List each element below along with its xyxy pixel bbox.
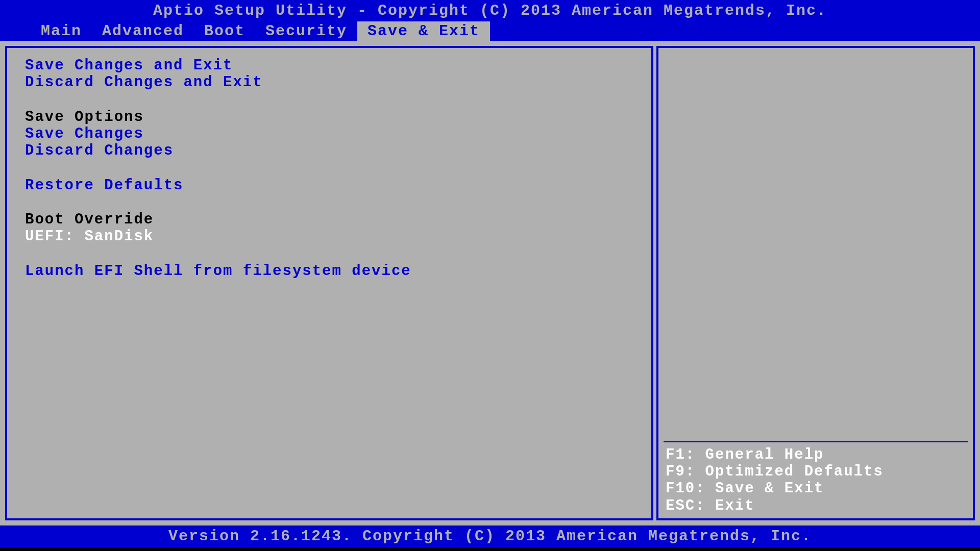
footer-version: Version 2.16.1243. Copyright (C) 2013 Am…: [0, 525, 980, 547]
tab-save-exit[interactable]: Save & Exit: [357, 21, 490, 41]
menu-restore-defaults[interactable]: Restore Defaults: [25, 177, 633, 194]
header-boot-override: Boot Override: [25, 211, 633, 228]
help-f1: F1: General Help: [666, 446, 968, 463]
header-title: Aptio Setup Utility - Copyright (C) 2013…: [0, 0, 980, 21]
tab-main[interactable]: Main: [31, 21, 92, 41]
tab-advanced[interactable]: Advanced: [92, 21, 194, 41]
side-divider: [664, 441, 968, 442]
help-description-area: [664, 52, 968, 441]
tab-bar: Main Advanced Boot Security Save & Exit: [0, 21, 980, 41]
help-f10: F10: Save & Exit: [666, 480, 968, 497]
tab-boot[interactable]: Boot: [194, 21, 255, 41]
menu-discard-changes-exit[interactable]: Discard Changes and Exit: [25, 74, 633, 91]
menu-launch-efi-shell[interactable]: Launch EFI Shell from filesystem device: [25, 263, 633, 280]
blank: [25, 194, 633, 211]
main-panel: Save Changes and Exit Discard Changes an…: [5, 46, 653, 520]
blank: [25, 160, 633, 177]
tab-security[interactable]: Security: [255, 21, 357, 41]
menu-discard-changes[interactable]: Discard Changes: [25, 142, 633, 159]
blank: [25, 91, 633, 109]
menu-save-changes[interactable]: Save Changes: [25, 126, 633, 142]
side-panel: F1: General Help F9: Optimized Defaults …: [656, 46, 975, 520]
menu-uefi-sandisk[interactable]: UEFI: SanDisk: [25, 228, 633, 245]
header-save-options: Save Options: [25, 109, 633, 126]
blank: [25, 245, 633, 263]
menu-save-changes-exit[interactable]: Save Changes and Exit: [25, 57, 633, 74]
help-f9: F9: Optimized Defaults: [666, 463, 968, 480]
help-esc: ESC: Exit: [666, 497, 968, 514]
